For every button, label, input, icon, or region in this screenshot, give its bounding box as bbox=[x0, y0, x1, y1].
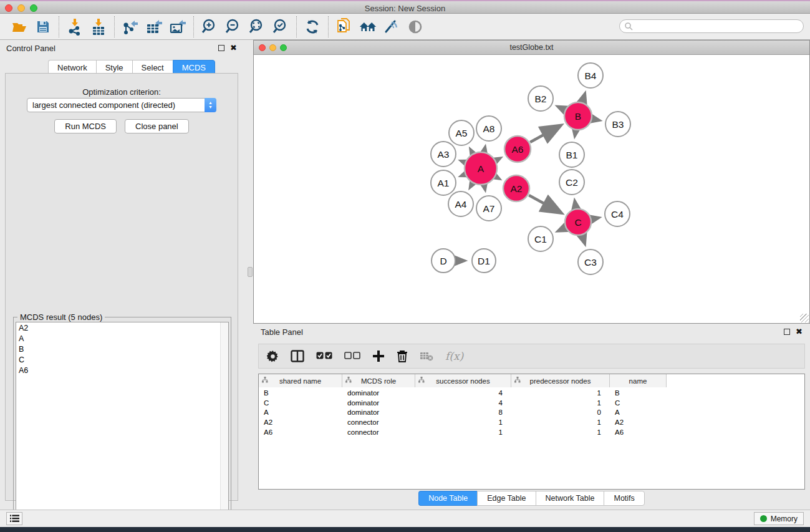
export-network-button[interactable] bbox=[122, 18, 139, 36]
edge-B-B2[interactable] bbox=[558, 107, 564, 110]
edge-A-A4[interactable] bbox=[470, 183, 472, 187]
table-row[interactable]: Adominator80A bbox=[259, 407, 804, 417]
table-cell[interactable]: 0 bbox=[511, 409, 610, 416]
table-row[interactable]: A2connector11A2 bbox=[259, 417, 804, 427]
table-cell[interactable]: A2 bbox=[610, 418, 667, 426]
table-cell[interactable]: 1 bbox=[511, 428, 610, 436]
table-cell[interactable]: 1 bbox=[415, 418, 511, 426]
tab-node-table[interactable]: Node Table bbox=[418, 491, 477, 506]
edge-C-C1[interactable] bbox=[558, 228, 565, 231]
result-list-item[interactable]: A bbox=[16, 333, 228, 344]
table-cell[interactable]: C bbox=[610, 399, 667, 407]
result-list-item[interactable]: A2 bbox=[16, 322, 228, 333]
table-cell[interactable]: dominator bbox=[342, 399, 415, 407]
result-list-item[interactable]: B bbox=[16, 344, 228, 354]
result-list-item[interactable]: C bbox=[16, 354, 228, 365]
edge-A-A1[interactable] bbox=[461, 175, 465, 176]
tab-edge-table[interactable]: Edge Table bbox=[477, 491, 535, 506]
float-panel-icon[interactable] bbox=[218, 45, 224, 51]
network-canvas[interactable]: AA6A2BCA5A8A3A1A4A7B2B4B3B1C2C4C1C3DD1 bbox=[254, 55, 809, 323]
hide-visual-properties-button[interactable] bbox=[383, 18, 400, 36]
eye-button[interactable] bbox=[407, 18, 424, 36]
table-cell[interactable]: 1 bbox=[415, 428, 511, 436]
result-list-item[interactable]: A6 bbox=[16, 365, 228, 375]
delete-table-button[interactable] bbox=[420, 351, 433, 361]
import-network-button[interactable] bbox=[66, 18, 84, 36]
table-row[interactable]: A6connector11A6 bbox=[259, 427, 804, 437]
import-table-button[interactable] bbox=[90, 18, 107, 36]
table-cell[interactable]: A6 bbox=[610, 428, 667, 436]
table-cell[interactable]: connector bbox=[342, 418, 415, 426]
edge-C-C4[interactable] bbox=[592, 218, 599, 219]
edge-A-A6[interactable] bbox=[496, 158, 500, 160]
table-settings-button[interactable] bbox=[267, 351, 279, 362]
table-cell[interactable]: 1 bbox=[511, 389, 610, 397]
deselect-all-checkboxes-button[interactable] bbox=[344, 352, 360, 360]
run-mcds-button[interactable]: Run MCDS bbox=[54, 119, 117, 133]
zoom-in-button[interactable] bbox=[201, 18, 218, 36]
edge-A2-C[interactable] bbox=[529, 195, 561, 213]
edge-A6-B[interactable] bbox=[530, 126, 560, 142]
edge-A-A3[interactable] bbox=[461, 161, 465, 162]
mcds-result-list[interactable]: A2ABCA6 bbox=[16, 322, 229, 525]
task-history-button[interactable] bbox=[6, 512, 22, 525]
table-cell[interactable]: dominator bbox=[342, 409, 415, 416]
function-builder-button[interactable]: f(x) bbox=[445, 350, 463, 362]
tab-network-table[interactable]: Network Table bbox=[536, 491, 604, 506]
network-graph[interactable]: AA6A2BCA5A8A3A1A4A7B2B4B3B1C2C4C1C3DD1 bbox=[254, 55, 809, 323]
table-cell[interactable]: connector bbox=[342, 428, 415, 436]
table-cell[interactable]: C bbox=[259, 399, 342, 407]
edge-B-B4[interactable] bbox=[582, 94, 585, 102]
table-cell[interactable]: B bbox=[259, 389, 342, 397]
column-header-shared-name[interactable]: shared name bbox=[259, 374, 342, 387]
table-cell[interactable]: 1 bbox=[511, 399, 610, 407]
edge-A-A7[interactable] bbox=[485, 185, 485, 189]
column-header-predecessor-nodes[interactable]: predecessor nodes bbox=[511, 374, 610, 387]
close-panel-icon[interactable]: ✖ bbox=[230, 45, 237, 51]
edge-A-A2[interactable] bbox=[496, 177, 499, 179]
table-cell[interactable]: A2 bbox=[259, 418, 342, 426]
export-table-button[interactable] bbox=[145, 18, 163, 36]
home-button[interactable] bbox=[359, 18, 377, 36]
table-cell[interactable]: dominator bbox=[342, 389, 415, 397]
table-cell[interactable]: A bbox=[610, 409, 667, 416]
delete-column-button[interactable] bbox=[397, 350, 408, 362]
edge-C-C3[interactable] bbox=[582, 236, 585, 243]
table-cell[interactable]: 1 bbox=[511, 418, 610, 426]
network-window-titlebar[interactable]: testGlobe.txt bbox=[254, 41, 809, 55]
close-panel-button[interactable]: Close panel bbox=[125, 119, 189, 133]
memory-button[interactable]: Memory bbox=[754, 512, 804, 525]
table-cell[interactable]: 8 bbox=[415, 409, 511, 416]
edge-A-A5[interactable] bbox=[471, 150, 473, 153]
edge-B-B1[interactable] bbox=[575, 131, 576, 136]
criterion-dropdown[interactable]: largest connected component (directed) ▲… bbox=[27, 98, 216, 112]
window-resize-grip[interactable] bbox=[800, 314, 809, 322]
edge-C-C2[interactable] bbox=[575, 201, 576, 208]
edge-A-A8[interactable] bbox=[485, 147, 485, 151]
column-header-successor-nodes[interactable]: successor nodes bbox=[415, 374, 511, 387]
select-all-checkboxes-button[interactable] bbox=[316, 352, 332, 360]
table-cell[interactable]: 4 bbox=[415, 389, 511, 397]
search-input[interactable] bbox=[619, 19, 804, 33]
table-row[interactable]: Bdominator41B bbox=[259, 388, 804, 398]
tab-motifs[interactable]: Motifs bbox=[604, 491, 644, 506]
add-column-button[interactable] bbox=[372, 350, 385, 362]
duplicate-network-button[interactable] bbox=[335, 18, 353, 36]
float-table-panel-icon[interactable] bbox=[784, 329, 790, 335]
save-session-button[interactable] bbox=[34, 18, 52, 36]
zoom-selected-button[interactable] bbox=[272, 18, 289, 36]
table-row[interactable]: Cdominator41C bbox=[259, 398, 804, 408]
table-cell[interactable]: A6 bbox=[259, 428, 342, 436]
refresh-button[interactable] bbox=[304, 18, 321, 36]
vertical-scrollbar-thumb[interactable] bbox=[248, 267, 253, 277]
table-cell[interactable]: A bbox=[259, 409, 342, 416]
column-header-MCDS-role[interactable]: MCDS role bbox=[342, 374, 415, 387]
column-header-name[interactable]: name bbox=[610, 374, 667, 387]
export-image-button[interactable] bbox=[169, 18, 186, 36]
close-table-panel-icon[interactable]: ✖ bbox=[796, 329, 803, 335]
result-list-scrollbar[interactable] bbox=[220, 322, 228, 525]
table-cell[interactable]: 4 bbox=[415, 399, 511, 407]
table-split-view-button[interactable] bbox=[291, 350, 304, 362]
zoom-fit-button[interactable] bbox=[248, 18, 266, 36]
table-cell[interactable]: B bbox=[610, 389, 667, 397]
